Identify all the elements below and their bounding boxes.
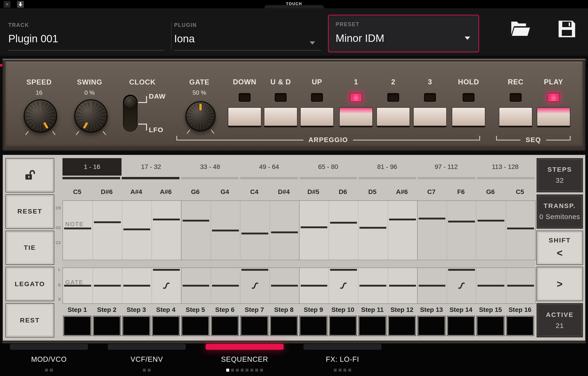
velocity-pad-3[interactable] — [123, 316, 150, 335]
gate-cell-10[interactable] — [329, 268, 358, 303]
page-tab-17-32[interactable]: 17 - 32 — [122, 158, 180, 176]
sidebar-button-lock[interactable] — [6, 158, 54, 192]
sidebar-button-legato[interactable]: LEGATO — [6, 267, 54, 301]
bottom-tab-bar: MOD/VCOVCF/ENVSEQUENCERFX: LO-FI — [0, 343, 588, 376]
gate-cell-2[interactable] — [93, 268, 122, 303]
page-tab-113-128[interactable]: 113 - 128 — [476, 158, 535, 176]
note-cell-2[interactable] — [93, 201, 122, 260]
note-cell-10[interactable] — [329, 201, 358, 260]
page-tab-49-64[interactable]: 49 - 64 — [240, 158, 299, 176]
note-cell-15[interactable] — [476, 201, 506, 260]
velocity-pad-4[interactable] — [152, 316, 180, 335]
gate-cell-9[interactable] — [299, 268, 329, 303]
velocity-pad-1[interactable] — [64, 316, 91, 335]
note-name-9: D#5 — [299, 187, 328, 197]
led-on — [350, 93, 362, 102]
velocity-pad-9[interactable] — [300, 316, 327, 335]
page-tab-1-16[interactable]: 1 - 16 — [63, 158, 122, 176]
gate-bar-5 — [183, 285, 209, 287]
step-label-8: Step 8 — [269, 305, 299, 315]
led-off — [510, 93, 522, 102]
page-tab-33-48[interactable]: 33 - 48 — [180, 158, 240, 176]
clock-option-daw[interactable]: DAW — [149, 92, 166, 100]
sidebar-cell-label: STEPS — [547, 166, 572, 173]
velocity-pad-8[interactable] — [270, 316, 298, 335]
velocity-pad-16[interactable] — [506, 316, 534, 335]
key-button-rec[interactable] — [499, 107, 532, 127]
page-tab-81-96[interactable]: 81 - 96 — [358, 158, 417, 176]
gate-cell-14[interactable] — [447, 268, 476, 303]
gate-cell-13[interactable] — [417, 268, 447, 303]
note-cell-16[interactable] — [506, 201, 536, 260]
speed-knob[interactable] — [24, 99, 57, 133]
gate-cell-15[interactable] — [476, 268, 506, 303]
gate-cell-6[interactable] — [211, 268, 240, 303]
tab-mod-vco[interactable]: MOD/VCO — [0, 343, 98, 376]
velocity-pad-13[interactable] — [418, 316, 445, 335]
clock-toggle[interactable] — [123, 95, 137, 132]
velocity-pad-12[interactable] — [388, 316, 416, 335]
tab-fx-lo-fi[interactable]: FX: LO-FI — [294, 343, 391, 376]
gate-cell-12[interactable] — [388, 268, 417, 303]
gate-cell-11[interactable] — [358, 268, 388, 303]
clock-option-lfo[interactable]: LFO — [149, 126, 163, 134]
note-cell-7[interactable] — [240, 201, 270, 260]
sidebar-button-rest[interactable]: REST — [6, 303, 54, 337]
note-cell-4[interactable] — [152, 201, 181, 260]
note-cell-6[interactable] — [211, 201, 240, 260]
sidebar-button-reset[interactable]: RESET — [6, 194, 54, 229]
tab-sequencer[interactable]: SEQUENCER — [196, 343, 294, 376]
key-button-u-d[interactable] — [264, 107, 297, 127]
velocity-pad-5[interactable] — [182, 316, 209, 335]
velocity-pad-15[interactable] — [477, 316, 504, 335]
tab-vcf-env[interactable]: VCF/ENV — [98, 343, 196, 376]
plugin-field[interactable]: PLUGIN Iona — [174, 22, 321, 45]
gate-cell-3[interactable] — [122, 268, 152, 303]
note-cell-5[interactable] — [181, 201, 211, 260]
key-button-up[interactable] — [300, 107, 334, 127]
key-button-play[interactable] — [537, 107, 570, 127]
preset-selector[interactable]: PRESET Minor IDM — [328, 15, 479, 52]
key-button-down[interactable] — [228, 107, 261, 127]
gate-cell-1[interactable]: GATE — [63, 268, 93, 303]
note-cell-12[interactable] — [388, 201, 417, 260]
sidebar-cell-shift-right[interactable]: > — [536, 267, 583, 301]
track-field[interactable]: TRACK Plugin 001 — [8, 22, 164, 45]
gate-knob[interactable] — [185, 101, 216, 131]
sidebar-cell-active[interactable]: ACTIVE21 — [536, 303, 583, 337]
gate-cell-4[interactable] — [152, 268, 181, 303]
velocity-pad-2[interactable] — [93, 316, 121, 335]
sidebar-cell-steps[interactable]: STEPS32 — [536, 158, 583, 192]
note-cell-11[interactable] — [358, 201, 388, 260]
note-cell-3[interactable] — [122, 201, 152, 260]
velocity-pad-6[interactable] — [211, 316, 239, 335]
key-button-1[interactable] — [339, 107, 373, 127]
swing-knob[interactable] — [74, 99, 108, 133]
sidebar-cell-transpose[interactable]: TRANSP.0 Semitones — [536, 194, 583, 229]
key-button-2[interactable] — [377, 107, 410, 127]
note-cell-9[interactable] — [299, 201, 329, 260]
note-cell-13[interactable] — [417, 201, 447, 260]
gate-cell-8[interactable] — [270, 268, 299, 303]
clock-toggle-knob[interactable] — [124, 96, 137, 109]
clock-label: CLOCK — [129, 78, 156, 86]
sidebar-cell-shift-left[interactable]: SHIFT< — [536, 231, 583, 265]
note-bar-8 — [271, 231, 298, 233]
page-tab-65-80[interactable]: 65 - 80 — [299, 158, 358, 176]
gate-cell-16[interactable] — [506, 268, 536, 303]
gate-cell-5[interactable] — [181, 268, 211, 303]
save-floppy-icon[interactable] — [557, 19, 577, 40]
note-cell-8[interactable] — [270, 201, 299, 260]
note-cell-1[interactable]: NOTE — [63, 201, 93, 260]
key-button-3[interactable] — [413, 107, 447, 127]
gate-cell-7[interactable] — [240, 268, 270, 303]
velocity-pad-14[interactable] — [447, 316, 475, 335]
velocity-pad-7[interactable] — [241, 316, 268, 335]
open-folder-icon[interactable] — [509, 19, 532, 39]
page-tab-97-112[interactable]: 97 - 112 — [417, 158, 476, 176]
note-cell-14[interactable] — [447, 201, 476, 260]
sidebar-button-tie[interactable]: TIE — [6, 231, 54, 265]
velocity-pad-10[interactable] — [329, 316, 357, 335]
velocity-pad-11[interactable] — [359, 316, 386, 335]
key-button-hold[interactable] — [452, 107, 485, 127]
